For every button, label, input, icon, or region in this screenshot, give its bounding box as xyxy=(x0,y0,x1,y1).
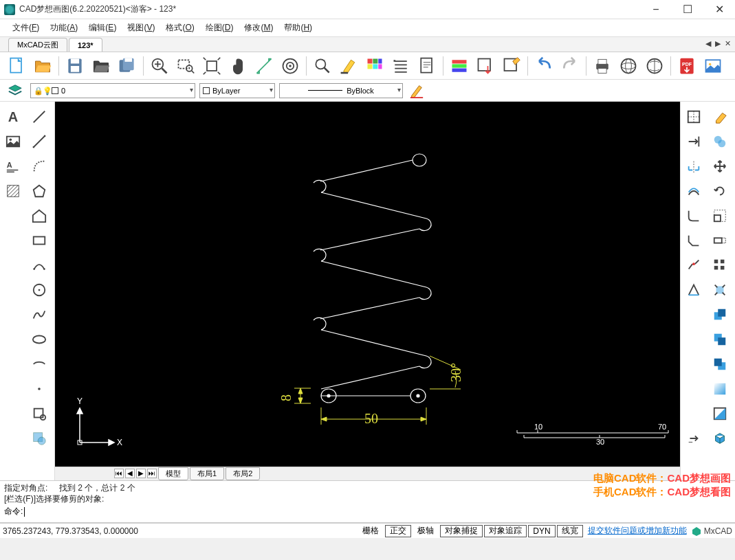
tab-layout1[interactable]: 布局1 xyxy=(190,467,224,480)
tab-layout2[interactable]: 布局2 xyxy=(226,467,260,480)
fillet-button[interactable] xyxy=(681,203,707,228)
arc-tool-button[interactable] xyxy=(26,154,52,179)
layout-next-button[interactable]: ▶ xyxy=(136,469,146,478)
zoom-window-button[interactable] xyxy=(173,54,198,78)
rectangle-tool-button[interactable] xyxy=(26,228,52,253)
image-button[interactable] xyxy=(701,54,725,78)
layers-button[interactable] xyxy=(4,82,26,99)
block-create-button[interactable] xyxy=(26,426,52,451)
grid-toggle[interactable]: 栅格 xyxy=(358,525,384,537)
tab-scroll-left-icon[interactable]: ◀ xyxy=(704,39,712,48)
polar-toggle[interactable]: 极轴 xyxy=(413,525,439,537)
menu-format[interactable]: 格式(O) xyxy=(160,21,199,35)
ellipse-arc-tool-button[interactable] xyxy=(26,352,52,377)
tab-123[interactable]: 123* xyxy=(69,38,102,52)
layer-front-button[interactable] xyxy=(707,302,733,327)
undo-button[interactable] xyxy=(531,54,556,78)
extend-button[interactable] xyxy=(681,129,707,154)
highlight-button[interactable] xyxy=(336,54,361,78)
cube-button[interactable] xyxy=(707,426,733,451)
block-insert-button[interactable] xyxy=(26,401,52,426)
menu-help[interactable]: 帮助(H) xyxy=(278,21,318,35)
menu-draw[interactable]: 绘图(D) xyxy=(200,21,239,35)
list-button[interactable] xyxy=(388,54,413,78)
layout-prev-button[interactable]: ◀ xyxy=(125,469,135,478)
lineweight-toggle[interactable]: 线宽 xyxy=(557,525,583,537)
image-insert-button[interactable] xyxy=(0,129,26,154)
save-button[interactable] xyxy=(63,54,87,78)
gradient-button[interactable] xyxy=(707,377,733,401)
menu-view[interactable]: 视图(V) xyxy=(122,21,160,35)
array-button[interactable] xyxy=(707,253,733,278)
close-button[interactable]: ✕ xyxy=(703,0,735,19)
save-as-button[interactable] xyxy=(115,54,140,78)
layout-first-button[interactable]: ⏮ xyxy=(114,469,124,478)
half-fill-button[interactable] xyxy=(707,401,733,426)
hatch-tool-button[interactable] xyxy=(0,179,26,203)
explode-button[interactable] xyxy=(707,278,733,302)
text-tool-button[interactable]: A xyxy=(0,104,26,129)
erase-button[interactable] xyxy=(707,104,733,129)
globe-alt-button[interactable] xyxy=(642,54,667,78)
tab-scroll-right-icon[interactable]: ▶ xyxy=(714,39,722,48)
stretch-button[interactable] xyxy=(707,228,733,253)
print-button[interactable] xyxy=(590,54,615,78)
tab-mxcad-cloud[interactable]: MxCAD云图 xyxy=(8,38,67,52)
menu-edit[interactable]: 编辑(E) xyxy=(83,21,122,35)
trim-button[interactable] xyxy=(681,104,707,129)
align-button[interactable] xyxy=(681,278,707,302)
dyn-toggle[interactable]: DYN xyxy=(528,525,555,537)
line-tool-button[interactable] xyxy=(26,104,52,129)
open-file-button[interactable] xyxy=(30,54,55,78)
pdf-button[interactable]: PDF xyxy=(674,54,699,78)
tab-model[interactable]: 模型 xyxy=(158,467,188,480)
menu-functions[interactable]: 功能(A) xyxy=(45,21,83,35)
linetype-dropdown[interactable]: ByBlock ▾ xyxy=(279,83,403,98)
new-file-button[interactable] xyxy=(4,54,29,78)
open-folder-button[interactable] xyxy=(89,54,113,78)
pencil-underline-button[interactable] xyxy=(407,81,426,100)
minimize-button[interactable]: − xyxy=(640,0,672,19)
pan-button[interactable] xyxy=(226,54,250,78)
exit-arrow-button[interactable] xyxy=(681,426,707,451)
command-input[interactable] xyxy=(25,507,437,517)
ortho-toggle[interactable]: 正交 xyxy=(385,525,411,537)
layer-mid-button[interactable] xyxy=(707,327,733,352)
zoom-extents-button[interactable] xyxy=(199,54,224,78)
circle-tool-button[interactable] xyxy=(26,278,52,302)
break-button[interactable] xyxy=(681,253,707,278)
ellipse-tool-button[interactable] xyxy=(26,327,52,352)
document-button[interactable] xyxy=(415,54,439,78)
offset-button[interactable] xyxy=(681,179,707,203)
find-button[interactable] xyxy=(310,54,335,78)
target-button[interactable] xyxy=(278,54,303,78)
spline-tool-button[interactable] xyxy=(26,302,52,327)
command-input-row[interactable]: 命令: xyxy=(4,506,731,517)
osnap-toggle[interactable]: 对象捕捉 xyxy=(440,525,483,537)
redo-button[interactable] xyxy=(558,54,582,78)
mtext-tool-button[interactable]: A xyxy=(0,154,26,179)
export-button[interactable] xyxy=(473,54,498,78)
tab-close-icon[interactable]: ✕ xyxy=(723,39,732,48)
color-dropdown[interactable]: ByLayer ▾ xyxy=(199,83,275,98)
measure-button[interactable] xyxy=(252,54,276,78)
mirror-button[interactable] xyxy=(681,154,707,179)
rotate-button[interactable] xyxy=(707,179,733,203)
layout-last-button[interactable]: ⏭ xyxy=(147,469,157,478)
chamfer-button[interactable] xyxy=(681,228,707,253)
arc2-tool-button[interactable] xyxy=(26,253,52,278)
color-grid-button[interactable] xyxy=(362,54,387,78)
palette-button[interactable] xyxy=(447,54,472,78)
pentagon-tool-button[interactable] xyxy=(26,203,52,228)
edit-doc-button[interactable] xyxy=(499,54,524,78)
point-tool-button[interactable] xyxy=(26,377,52,401)
maximize-button[interactable]: ☐ xyxy=(672,0,703,19)
move-button[interactable] xyxy=(707,154,733,179)
polygon-tool-button[interactable] xyxy=(26,179,52,203)
menu-file[interactable]: 文件(F) xyxy=(7,21,45,35)
feedback-link[interactable]: 提交软件问题或增加新功能 xyxy=(588,525,687,537)
zoom-in-button[interactable] xyxy=(147,54,172,78)
layer-back-button[interactable] xyxy=(707,352,733,377)
menu-modify[interactable]: 修改(M) xyxy=(239,21,278,35)
globe-button[interactable] xyxy=(616,54,641,78)
